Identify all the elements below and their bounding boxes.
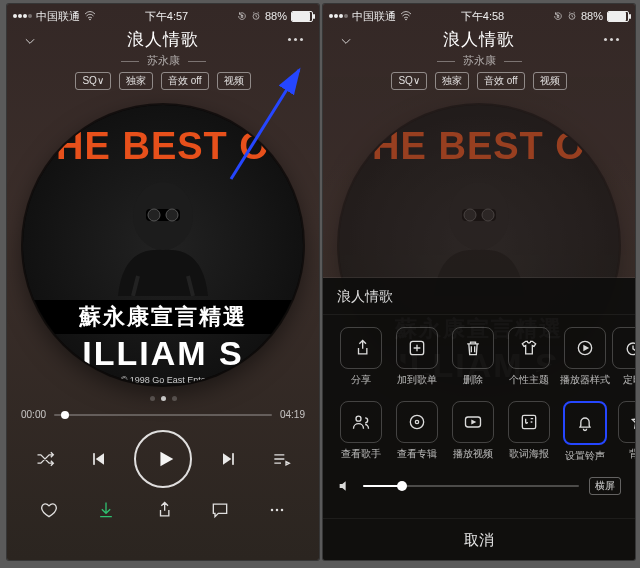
album-text-copyright: re ℗ & © 1998 Go East Entertainme — [90, 375, 236, 385]
svg-rect-1 — [241, 15, 243, 17]
carrier-label: 中国联通 — [352, 9, 396, 24]
album-text-top: HE BEST O — [372, 125, 586, 168]
sheet-item-share[interactable]: 分享 — [333, 327, 389, 387]
quality-badges: SQ∨ 独家 音效 off 视频 — [323, 72, 635, 90]
collapse-button[interactable] — [337, 32, 355, 50]
status-time: 下午4:57 — [145, 9, 188, 24]
sheet-item-label: 背景 — [629, 447, 635, 461]
sheet-item-play-video[interactable]: 播放视频 — [445, 401, 501, 463]
svg-rect-14 — [557, 15, 559, 17]
sheet-item-view-album[interactable]: 查看专辑 — [389, 401, 445, 463]
sheet-volume-row: 横屏 — [323, 469, 635, 495]
share-button[interactable] — [147, 494, 179, 526]
signal-dots-icon — [13, 14, 32, 18]
badge-video[interactable]: 视频 — [217, 72, 251, 90]
volume-track[interactable] — [363, 485, 579, 487]
sheet-cancel-button[interactable]: 取消 — [323, 518, 635, 560]
sheet-item-set-ringtone[interactable]: 设置铃声 — [557, 401, 613, 463]
left-screenshot: 中国联通 下午4:57 88% — [7, 4, 319, 560]
album-text-top: HE BEST O — [56, 125, 270, 168]
carrier-label: 中国联通 — [36, 9, 80, 24]
sheet-item-label: 设置铃声 — [565, 449, 605, 463]
svg-point-19 — [482, 209, 494, 221]
album-portrait-icon — [88, 176, 238, 296]
sheet-item-timer[interactable]: 定时 — [613, 327, 635, 387]
song-artist[interactable]: 苏永康 — [323, 53, 635, 68]
volume-thumb[interactable] — [397, 481, 407, 491]
badge-sq[interactable]: SQ∨ — [75, 72, 110, 90]
more-bottom-button[interactable] — [261, 494, 293, 526]
landscape-toggle[interactable]: 横屏 — [589, 477, 621, 495]
sheet-row-1: 分享 加到歌单 删除 个性主题 — [333, 327, 625, 387]
album-icon — [407, 412, 427, 432]
sheet-item-background[interactable]: 背景 — [613, 401, 635, 463]
lyrics-icon — [519, 412, 539, 432]
sheet-item-delete[interactable]: 删除 — [445, 327, 501, 387]
queue-button[interactable] — [263, 441, 299, 477]
svg-point-18 — [464, 209, 476, 221]
svg-point-0 — [89, 19, 91, 21]
album-art-area[interactable]: HE BEST O 蘇永康宣言精選 ILLIAM S re ℗ — [7, 100, 319, 390]
player-header: 浪人情歌 苏永康 — [323, 26, 635, 66]
add-icon — [407, 338, 427, 358]
collapse-button[interactable] — [21, 32, 39, 50]
shuffle-button[interactable] — [27, 441, 63, 477]
badge-video[interactable]: 视频 — [533, 72, 567, 90]
sheet-item-label: 分享 — [351, 373, 371, 387]
badge-sound-effect[interactable]: 音效 off — [477, 72, 525, 90]
download-button[interactable] — [90, 494, 122, 526]
svg-point-10 — [275, 509, 278, 512]
more-button[interactable] — [282, 34, 309, 45]
sheet-item-label: 定时 — [623, 373, 635, 387]
svg-point-13 — [405, 19, 407, 21]
sheet-title: 浪人情歌 — [323, 278, 635, 315]
status-time: 下午4:58 — [461, 9, 504, 24]
album-text-cn: 蘇永康宣言精選 — [23, 300, 303, 334]
sheet-item-view-artist[interactable]: 查看歌手 — [333, 401, 389, 463]
svg-rect-27 — [522, 415, 535, 428]
clock-icon — [623, 338, 635, 358]
svg-rect-7 — [93, 453, 95, 465]
battery-pct: 88% — [265, 10, 287, 22]
time-total: 04:19 — [280, 409, 305, 420]
sheet-item-player-style[interactable]: 播放器样式 — [557, 327, 613, 387]
prev-button[interactable] — [81, 441, 117, 477]
battery-icon — [607, 11, 629, 22]
sheet-item-add-to-playlist[interactable]: 加到歌单 — [389, 327, 445, 387]
play-button[interactable] — [134, 430, 192, 488]
bell-icon — [575, 413, 595, 433]
orientation-lock-icon — [553, 11, 563, 21]
action-sheet: 浪人情歌 分享 加到歌单 删除 — [323, 278, 635, 560]
sheet-item-label: 删除 — [463, 373, 483, 387]
progress-track[interactable] — [54, 414, 272, 416]
progress-thumb[interactable] — [61, 411, 69, 419]
next-button[interactable] — [210, 441, 246, 477]
orientation-lock-icon — [237, 11, 247, 21]
sheet-item-lyric-poster[interactable]: 歌词海报 — [501, 401, 557, 463]
sheet-item-label: 播放视频 — [453, 447, 493, 461]
status-bar: 中国联通 下午4:58 88% — [323, 4, 635, 26]
album-disc: HE BEST O 蘇永康宣言精選 ILLIAM S re ℗ — [23, 105, 303, 385]
badge-sound-effect[interactable]: 音效 off — [161, 72, 209, 90]
time-elapsed: 00:00 — [21, 409, 46, 420]
badge-exclusive[interactable]: 独家 — [119, 72, 153, 90]
comment-button[interactable] — [204, 494, 236, 526]
speaker-icon — [337, 478, 353, 494]
signal-dots-icon — [329, 14, 348, 18]
battery-pct: 88% — [581, 10, 603, 22]
wifi-icon — [400, 11, 412, 21]
more-button[interactable] — [598, 34, 625, 45]
sheet-item-label: 歌词海报 — [509, 447, 549, 461]
svg-point-24 — [410, 415, 423, 428]
badge-sq[interactable]: SQ∨ — [391, 72, 426, 90]
sheet-item-theme[interactable]: 个性主题 — [501, 327, 557, 387]
right-screenshot: 中国联通 下午4:58 88% — [323, 4, 635, 560]
bottom-action-row — [7, 488, 319, 530]
alarm-icon — [567, 11, 577, 21]
like-button[interactable] — [33, 494, 65, 526]
player-style-icon — [575, 338, 595, 358]
share-icon — [351, 338, 371, 358]
badge-exclusive[interactable]: 独家 — [435, 72, 469, 90]
svg-point-5 — [148, 209, 160, 221]
song-artist[interactable]: 苏永康 — [7, 53, 319, 68]
